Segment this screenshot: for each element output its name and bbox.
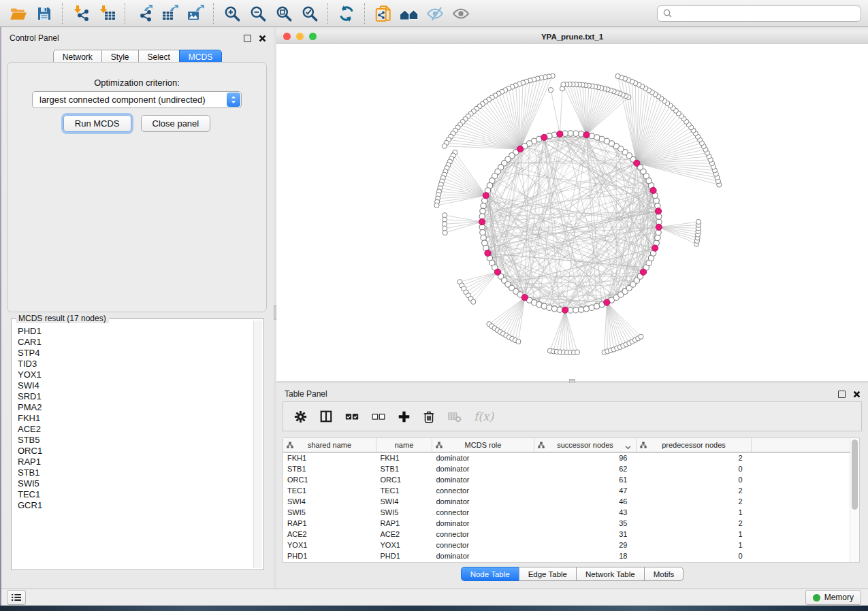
table-cell[interactable]: 1 [637, 529, 752, 540]
table-cell[interactable]: 35 [534, 518, 637, 529]
table-cell[interactable] [752, 496, 855, 507]
zoom-window-icon[interactable] [309, 33, 317, 40]
table-row[interactable]: ORC1ORC1dominator610 [283, 474, 855, 485]
mcds-node-item[interactable]: RAP1 [18, 457, 254, 467]
table-cell[interactable]: 43 [534, 507, 637, 518]
table-row[interactable]: RAP1RAP1dominator352 [283, 518, 855, 529]
scrollbar-thumb[interactable] [852, 440, 858, 510]
table-cell[interactable]: dominator [432, 474, 534, 485]
table-cell[interactable]: STB1 [283, 463, 376, 474]
table-cell[interactable]: 47 [534, 485, 637, 496]
mcds-node-item[interactable]: ORC1 [18, 446, 254, 457]
column-header-name[interactable]: name [376, 438, 432, 452]
tab-network-table[interactable]: Network Table [576, 567, 645, 581]
table-cell[interactable]: connector [432, 540, 534, 550]
table-row[interactable]: ACE2ACE2connector311 [283, 529, 855, 540]
table-cell[interactable]: PHD1 [283, 550, 376, 561]
close-panel-button[interactable]: Close panel [141, 115, 211, 132]
table-cell[interactable]: 29 [534, 540, 637, 550]
import-table-button[interactable] [94, 2, 120, 25]
import-network-button[interactable] [68, 2, 94, 25]
table-cell[interactable]: TEC1 [283, 485, 376, 496]
table-cell[interactable]: connector [432, 529, 534, 540]
table-cell[interactable]: FKH1 [376, 452, 432, 464]
mcds-node-item[interactable]: GCR1 [18, 500, 254, 511]
tab-node-table[interactable]: Node Table [461, 567, 519, 581]
table-cell[interactable]: ORC1 [283, 474, 376, 485]
mcds-node-item[interactable]: CAR1 [18, 337, 254, 348]
table-cell[interactable]: YOX1 [283, 540, 376, 550]
column-header-shared-name[interactable]: shared name [283, 438, 376, 452]
table-cell[interactable]: STB1 [376, 463, 432, 474]
mcds-node-item[interactable]: TID3 [18, 359, 254, 369]
table-cell[interactable] [752, 474, 855, 485]
table-cell[interactable]: 0 [637, 463, 752, 474]
panel-layout-button[interactable] [319, 410, 333, 423]
export-table-button[interactable] [157, 2, 182, 25]
table-cell[interactable]: dominator [432, 550, 534, 561]
table-cell[interactable] [752, 540, 855, 550]
table-row[interactable]: SWI4SWI4dominator462 [283, 496, 855, 507]
search-input[interactable] [676, 8, 855, 19]
table-row[interactable]: SWI5SWI5connector431 [283, 507, 855, 518]
add-column-button[interactable] [398, 410, 411, 423]
mcds-node-item[interactable]: TEC1 [18, 489, 254, 500]
table-cell[interactable]: PHD1 [376, 550, 432, 561]
table-cell[interactable]: 46 [534, 496, 637, 507]
table-cell[interactable]: dominator [432, 518, 534, 529]
first-neighbors-button[interactable] [396, 2, 422, 25]
network-canvas[interactable] [276, 44, 868, 382]
table-cell[interactable] [752, 452, 855, 464]
table-cell[interactable]: 61 [534, 474, 637, 485]
mcds-node-item[interactable]: SWI4 [18, 380, 254, 391]
table-cell[interactable]: 2 [637, 518, 752, 529]
column-header-successor-nodes[interactable]: successor nodes [534, 438, 637, 452]
table-cell[interactable]: SWI5 [283, 507, 376, 518]
mcds-node-item[interactable]: YOX1 [18, 369, 254, 380]
table-cell[interactable]: 1 [637, 540, 752, 550]
table-cell[interactable] [752, 550, 855, 561]
export-network-button[interactable] [131, 2, 157, 25]
table-cell[interactable]: SWI4 [283, 496, 376, 507]
table-cell[interactable] [752, 529, 855, 540]
float-panel-icon[interactable] [837, 390, 846, 399]
table-cell[interactable]: 2 [637, 452, 752, 464]
table-cell[interactable]: FKH1 [283, 452, 376, 464]
delete-column-button[interactable] [422, 410, 436, 424]
deselect-all-rows-button[interactable] [371, 411, 386, 422]
duplicate-network-button[interactable] [370, 2, 396, 25]
network-graph[interactable] [276, 44, 868, 382]
mcds-node-item[interactable]: SWI5 [18, 478, 254, 489]
run-mcds-button[interactable]: Run MCDS [63, 115, 131, 132]
mcds-node-item[interactable]: STB5 [18, 435, 254, 446]
table-row[interactable]: PHD1PHD1dominator180 [283, 550, 855, 561]
table-cell[interactable]: SWI5 [376, 507, 432, 518]
table-cell[interactable]: SWI4 [376, 496, 432, 507]
table-cell[interactable]: TEC1 [376, 485, 432, 496]
mcds-list-scrollbar[interactable] [253, 320, 262, 568]
table-cell[interactable]: 2 [637, 496, 752, 507]
mcds-node-item[interactable]: STB1 [18, 467, 254, 478]
table-cell[interactable]: connector [432, 507, 534, 518]
table-cell[interactable]: YOX1 [376, 540, 432, 550]
table-row[interactable]: STB1STB1dominator620 [283, 463, 855, 474]
select-all-rows-button[interactable] [344, 411, 359, 422]
table-cell[interactable]: ACE2 [283, 529, 376, 540]
close-panel-icon[interactable] [852, 390, 861, 399]
table-cell[interactable]: 0 [637, 550, 752, 561]
export-image-button[interactable] [182, 2, 208, 25]
table-cell[interactable]: connector [432, 485, 534, 496]
table-cell[interactable]: dominator [432, 463, 534, 474]
mcds-node-item[interactable]: STP4 [18, 348, 254, 359]
optimization-criterion-select[interactable]: largest connected component (undirected) [32, 91, 242, 108]
mcds-node-item[interactable]: FKH1 [18, 413, 254, 424]
memory-button[interactable]: Memory [805, 590, 861, 605]
table-cell[interactable]: RAP1 [283, 518, 376, 529]
tab-motifs[interactable]: Motifs [644, 567, 684, 581]
zoom-out-button[interactable] [245, 2, 271, 25]
minimize-window-icon[interactable] [296, 33, 304, 40]
table-cell[interactable]: 62 [534, 463, 637, 474]
table-scrollbar[interactable] [850, 438, 859, 562]
close-panel-icon[interactable] [258, 34, 267, 43]
function-builder-button[interactable]: f(x) [474, 410, 494, 423]
